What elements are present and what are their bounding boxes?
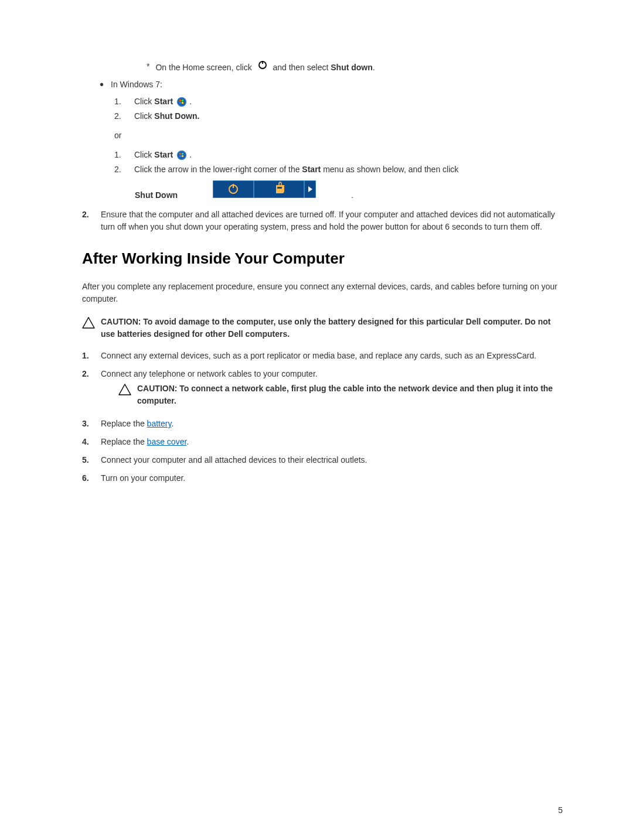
shut-down-label: Shut Down. (154, 110, 199, 122)
item-number: 1. (114, 149, 124, 161)
start-label: Start (154, 95, 173, 108)
item-number: 2. (114, 163, 124, 176)
text-segment: Replace the (101, 437, 147, 446)
caution-triangle-icon (82, 317, 95, 332)
shut-down-text: Shut Down (135, 189, 178, 202)
list-item: 1. Click Start . (114, 95, 563, 108)
main-step-2: 2. Ensure that the computer and all atta… (82, 209, 563, 233)
bullet-windows-7: • In Windows 7: (100, 78, 563, 91)
step-text: Turn on your computer. (101, 472, 185, 484)
step-number: 5. (82, 454, 93, 466)
step-text: Connect any external devices, such as a … (101, 350, 536, 362)
step-5: 5. Connect your computer and all attache… (82, 454, 563, 466)
shutdown-graphic-row: Shut Down . (135, 180, 563, 202)
text-segment: Click (134, 110, 152, 122)
shutdown-button-graphic (213, 180, 316, 202)
asterisk-marker: * (147, 60, 149, 73)
step-number: 2. (82, 368, 93, 412)
item-number: 2. (114, 110, 124, 122)
section-heading: After Working Inside Your Computer (82, 247, 563, 270)
list-item: 1. Click Start . (114, 149, 563, 161)
item-content: Click Shut Down. (134, 110, 199, 122)
step-2: 2. Connect any telephone or network cabl… (82, 368, 563, 412)
numbered-list-2: 1. Click Start . 2. Click the arrow in t… (114, 149, 563, 176)
step-number: 3. (82, 418, 93, 430)
shut-down-label: Shut down (331, 63, 373, 72)
static-text: On the Home screen, click and then selec… (155, 59, 375, 74)
svg-rect-2 (261, 64, 264, 66)
start-orb-icon (176, 150, 187, 161)
list-item: 2. Click Shut Down. (114, 110, 563, 122)
intro-paragraph: After you complete any replacement proce… (82, 281, 563, 305)
page-number: 5 (558, 804, 563, 817)
step-number: 1. (82, 350, 93, 362)
list-item: 2. Click the arrow in the lower-right co… (114, 163, 563, 176)
text-segment: Click (134, 149, 152, 161)
item-content: Click Start . (134, 95, 192, 108)
step-number: 2. (82, 209, 93, 233)
period: . (351, 189, 353, 202)
step-text: Ensure that the computer and all attache… (101, 209, 563, 233)
caution-text: CAUTION: To avoid damage to the computer… (101, 316, 563, 340)
step-number: 4. (82, 436, 93, 448)
step-content: Connect any telephone or network cables … (101, 368, 563, 412)
item-number: 1. (114, 95, 124, 108)
text-segment: menu as shown below, and then click (323, 165, 458, 174)
start-orb-icon (176, 97, 187, 107)
step-6: 6. Turn on your computer. (82, 472, 563, 484)
bullet-text: In Windows 7: (111, 78, 162, 91)
svg-rect-14 (277, 187, 282, 189)
step-text: Connect any telephone or network cables … (101, 369, 318, 378)
caution-block-1: CAUTION: To avoid damage to the computer… (82, 316, 563, 340)
text-segment: Click the arrow in the lower-right corne… (134, 165, 300, 174)
caution-text: CAUTION: To connect a network cable, fir… (137, 383, 563, 407)
power-icon (257, 59, 268, 70)
item-content: Click the arrow in the lower-right corne… (134, 163, 458, 176)
text-segment: Click (134, 95, 152, 108)
step-text: Replace the base cover. (101, 436, 189, 448)
start-label: Start (154, 149, 173, 161)
step-number: 6. (82, 472, 93, 484)
base-cover-link[interactable]: base cover (147, 437, 187, 446)
step-text: Connect your computer and all attached d… (101, 454, 367, 466)
text-segment: Replace the (101, 419, 147, 428)
step-3: 3. Replace the battery. (82, 418, 563, 430)
step-4: 4. Replace the base cover. (82, 436, 563, 448)
step-1: 1. Connect any external devices, such as… (82, 350, 563, 362)
sub-bullet-home-screen: * On the Home screen, click and then sel… (147, 59, 563, 74)
svg-rect-11 (232, 188, 234, 190)
step-text: Replace the battery. (101, 418, 173, 430)
start-label: Start (302, 165, 321, 174)
item-content: Click Start . (134, 149, 192, 161)
caution-triangle-icon (118, 384, 131, 399)
text-segment: On the Home screen, click (155, 63, 251, 72)
battery-link[interactable]: battery (147, 419, 172, 428)
or-separator: or (114, 129, 563, 142)
caution-block-2: CAUTION: To connect a network cable, fir… (118, 383, 563, 407)
bullet-marker: • (100, 78, 104, 91)
numbered-list-1: 1. Click Start . 2. Click Shut Down. (114, 95, 563, 122)
text-segment: and then select (273, 63, 328, 72)
